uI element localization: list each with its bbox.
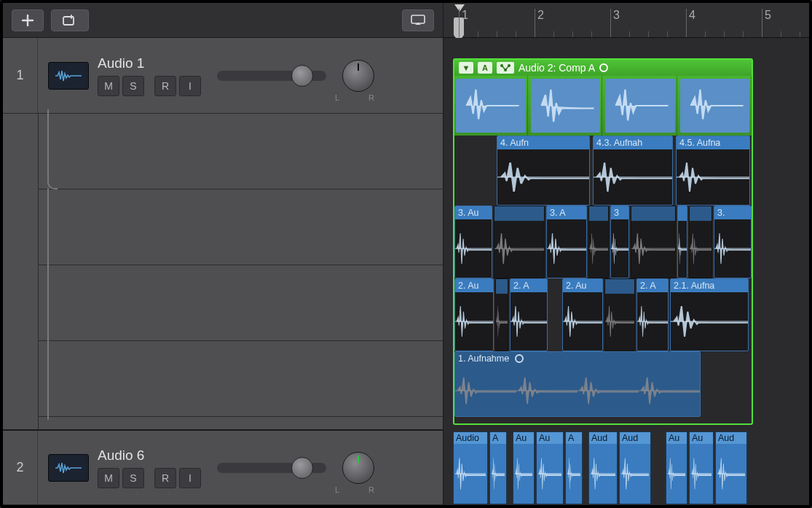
disclosure-icon[interactable]: ▼ bbox=[459, 62, 473, 74]
track-header-config-button[interactable] bbox=[402, 9, 434, 31]
take-lane[interactable] bbox=[39, 341, 443, 417]
take-region[interactable]: 3. A bbox=[546, 206, 587, 278]
take-region[interactable]: 2. Au bbox=[454, 278, 494, 351]
take-row[interactable]: 4. Aufn4.3. Aufnah4.5. Aufna bbox=[454, 136, 752, 206]
audio-region[interactable]: Aud bbox=[619, 431, 651, 504]
take-folder-region[interactable]: ▼ A Audio 2: Comp A 4. Aufn4.3. Aufnah4.… bbox=[453, 58, 753, 425]
take-region[interactable]: 2.1. Aufna bbox=[670, 278, 749, 351]
track-header-1[interactable]: 1 Audio 1 M S R I bbox=[3, 38, 443, 114]
volume-slider[interactable] bbox=[217, 463, 326, 473]
track-toolbar bbox=[3, 3, 443, 38]
region-label: 3 bbox=[611, 206, 628, 219]
region-label bbox=[605, 279, 634, 294]
mute-button[interactable]: M bbox=[98, 76, 119, 96]
pan-knob[interactable] bbox=[342, 60, 374, 92]
region-label bbox=[589, 206, 608, 221]
record-enable-button[interactable]: R bbox=[154, 468, 176, 488]
volume-slider[interactable] bbox=[217, 71, 326, 81]
quick-swipe-icon[interactable] bbox=[497, 62, 514, 74]
comp-waveform[interactable] bbox=[454, 76, 752, 136]
take-region[interactable] bbox=[494, 206, 545, 278]
audio-region[interactable]: Au bbox=[536, 431, 564, 504]
arrange-panel: 12345 ▼ A Audio 2: Comp A bbox=[444, 3, 809, 505]
take-row[interactable]: 3. Au3. A33. bbox=[454, 206, 752, 278]
mute-button[interactable]: M bbox=[98, 468, 119, 488]
take-row[interactable]: 2. Au2. A2. Au2. A2.1. Aufna bbox=[454, 278, 752, 351]
record-enable-button[interactable]: R bbox=[154, 76, 176, 96]
ruler-bar-label: 2 bbox=[535, 9, 544, 37]
region-label: Au bbox=[666, 432, 687, 444]
track-number: 1 bbox=[3, 38, 38, 113]
waveform-icon bbox=[621, 445, 649, 502]
take-region[interactable]: 3. Au bbox=[454, 206, 492, 278]
audio-region[interactable]: Audio bbox=[453, 431, 488, 504]
tracks-area: 1 Audio 1 M S R I bbox=[3, 38, 443, 505]
track-name[interactable]: Audio 1 bbox=[98, 55, 201, 71]
take-region[interactable]: 4.5. Aufna bbox=[676, 136, 750, 206]
audio-region[interactable]: Au bbox=[689, 431, 714, 504]
timeline-ruler[interactable]: 12345 bbox=[444, 3, 809, 38]
region-label: Aud bbox=[716, 432, 746, 444]
take-region[interactable]: 3 bbox=[610, 206, 629, 278]
take-region[interactable]: 4.3. Aufnah bbox=[593, 136, 673, 206]
take-region[interactable] bbox=[495, 278, 508, 351]
track-header-2[interactable]: 2 Audio 6 M S R I bbox=[3, 429, 443, 505]
track-name[interactable]: Audio 6 bbox=[98, 448, 201, 464]
waveform-icon bbox=[691, 445, 712, 502]
slider-thumb[interactable] bbox=[291, 457, 313, 479]
waveform-icon bbox=[494, 221, 544, 276]
take-region[interactable]: 4. Aufn bbox=[497, 136, 590, 206]
pan-r-label: R bbox=[368, 93, 374, 102]
take-region[interactable]: 2. Au bbox=[562, 278, 603, 351]
take-region[interactable]: 2. A bbox=[636, 278, 669, 351]
take-lane[interactable] bbox=[39, 114, 443, 189]
app-root: 1 Audio 1 M S R I bbox=[3, 3, 809, 505]
waveform-icon bbox=[680, 79, 750, 133]
audio-region[interactable]: A bbox=[489, 431, 507, 504]
region-label: 2. A bbox=[637, 279, 668, 292]
waveform-icon bbox=[690, 221, 712, 276]
add-track-with-duplicate-button[interactable] bbox=[51, 9, 89, 31]
take-region[interactable] bbox=[689, 206, 712, 278]
take-region[interactable] bbox=[588, 206, 609, 278]
region-label: 2. Au bbox=[455, 279, 493, 292]
add-button[interactable] bbox=[12, 9, 44, 31]
take-region[interactable]: 1. Aufnahme bbox=[454, 351, 701, 417]
take-lane[interactable] bbox=[39, 265, 443, 341]
take-region[interactable]: 3. bbox=[714, 206, 752, 278]
track2-regions[interactable]: AudioAAuAuAAudAudAuAuAud bbox=[453, 431, 757, 504]
region-label: 3. A bbox=[547, 206, 586, 219]
comp-header[interactable]: ▼ A Audio 2: Comp A bbox=[454, 60, 752, 76]
take-region[interactable]: 2. A bbox=[510, 278, 548, 351]
solo-button[interactable]: S bbox=[122, 76, 144, 96]
input-monitor-button[interactable]: I bbox=[179, 468, 201, 488]
waveform-icon bbox=[492, 445, 505, 502]
waveform-icon bbox=[511, 294, 547, 349]
comp-a-button[interactable]: A bbox=[478, 62, 492, 74]
solo-button[interactable]: S bbox=[122, 468, 144, 488]
take-region[interactable] bbox=[631, 206, 676, 278]
take-region[interactable] bbox=[604, 278, 635, 351]
input-monitor-button[interactable]: I bbox=[179, 76, 201, 96]
waveform-icon bbox=[538, 445, 561, 502]
audio-region[interactable]: Aud bbox=[588, 431, 618, 504]
slider-thumb[interactable] bbox=[291, 65, 313, 87]
arrange-area[interactable]: ▼ A Audio 2: Comp A 4. Aufn4.3. Aufnah4.… bbox=[444, 38, 809, 505]
region-label: 1. Aufnahme bbox=[455, 352, 700, 365]
audio-region[interactable]: A bbox=[565, 431, 583, 504]
waveform-icon bbox=[591, 445, 615, 502]
audio-region[interactable]: Au bbox=[666, 431, 687, 504]
region-label bbox=[690, 206, 712, 221]
region-label bbox=[494, 206, 544, 221]
pan-knob[interactable] bbox=[342, 452, 374, 484]
waveform-icon bbox=[668, 445, 685, 502]
audio-region[interactable]: Aud bbox=[715, 431, 747, 504]
waveform-icon bbox=[567, 445, 580, 502]
pan-r-label: R bbox=[368, 485, 374, 494]
take-row[interactable]: 1. Aufnahme bbox=[454, 351, 752, 417]
take-lane[interactable] bbox=[39, 189, 443, 265]
audio-region[interactable]: Au bbox=[513, 431, 535, 504]
waveform-icon bbox=[515, 445, 532, 502]
waveform-icon bbox=[589, 221, 608, 276]
take-region[interactable] bbox=[677, 206, 687, 278]
